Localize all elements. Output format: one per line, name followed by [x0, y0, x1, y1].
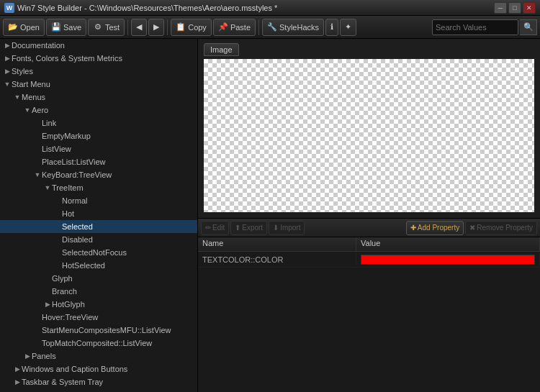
- test-button[interactable]: ⚙ Test: [88, 19, 125, 36]
- tree-item-fonts[interactable]: ▶ Fonts, Colors & System Metrics: [0, 52, 197, 65]
- export-icon: ⬆: [235, 224, 240, 232]
- test-icon: ⚙: [93, 22, 103, 32]
- tree-panel: ▶ Documentation ▶ Fonts, Colors & System…: [0, 39, 198, 392]
- tree-item-startmenucompmfu[interactable]: StartMenuCompositesMFU::ListView: [0, 324, 197, 337]
- star-button[interactable]: ✦: [340, 19, 356, 36]
- tree-label: Link: [42, 119, 56, 127]
- tree-arrow: ▼: [43, 184, 52, 191]
- tree-item-startmenu[interactable]: ▼ Start Menu: [0, 78, 197, 91]
- tree-item-listview[interactable]: ListView: [0, 142, 197, 155]
- tree-label: Hover:TreeView: [42, 313, 98, 322]
- prop-name-cell: TEXTCOLOR::COLOR: [198, 254, 356, 265]
- tree-label: Styles: [12, 67, 33, 76]
- tree-item-aero[interactable]: ▼ Aero: [0, 104, 197, 117]
- back-icon: ◀: [136, 22, 142, 32]
- tree-label: Aero: [32, 106, 48, 114]
- info-button[interactable]: ℹ: [325, 19, 338, 36]
- tree-label: Menus: [22, 93, 45, 101]
- open-icon: 📂: [8, 22, 18, 32]
- add-property-button[interactable]: ✚ Add Property: [406, 221, 464, 235]
- tree-label: PlaceList:ListView: [42, 158, 105, 166]
- properties-toolbar: ✏ Edit ⬆ Export ⬇ Import ✚ Add Property …: [198, 219, 540, 237]
- tree-label: Branch: [52, 287, 77, 296]
- tree-arrow: ▼: [33, 171, 42, 178]
- tree-item-documentation[interactable]: ▶ Documentation: [0, 39, 197, 52]
- tree-item-hovertreeview[interactable]: Hover:TreeView: [0, 311, 197, 324]
- right-panel: Image ✏ Edit ⬆ Export ⬇ Import ✚ Add Pro…: [198, 39, 540, 392]
- tree-label: Start Menu: [12, 80, 50, 88]
- export-button[interactable]: ⬆ Export: [230, 221, 267, 235]
- stylehacks-button[interactable]: 🔧 StyleHacks: [262, 19, 324, 36]
- import-button[interactable]: ⬇ Import: [269, 221, 305, 235]
- stylehacks-icon: 🔧: [267, 22, 277, 32]
- prop-table-header: Name Value: [198, 237, 540, 252]
- tree-item-treeitem[interactable]: ▼ TreeItem: [0, 181, 197, 194]
- tree-item-glyph[interactable]: Glyph: [0, 272, 197, 285]
- tree-label: TopMatchComposited::ListView: [42, 339, 152, 347]
- tree-label: Documentation: [12, 41, 65, 50]
- separator-2: [167, 19, 168, 35]
- separator-1: [127, 19, 128, 35]
- tree-item-selectednotfocus[interactable]: SelectedNotFocus: [0, 246, 197, 259]
- add-icon: ✚: [410, 224, 416, 232]
- tree-item-topmatch[interactable]: TopMatchComposited::ListView: [0, 337, 197, 350]
- search-input[interactable]: [432, 19, 518, 35]
- tree-item-branch[interactable]: Branch: [0, 285, 197, 298]
- tree-item-menus[interactable]: ▼ Menus: [0, 91, 197, 104]
- tree-item-hotglyph[interactable]: ▶ HotGlyph: [0, 298, 197, 311]
- tree-item-keyboardtreeview[interactable]: ▼ KeyBoard:TreeView: [0, 168, 197, 181]
- tree-label: Panels: [32, 352, 56, 360]
- tree-item-selected[interactable]: Selected: [0, 220, 197, 233]
- prop-value-cell: [356, 253, 540, 266]
- color-swatch[interactable]: [361, 255, 535, 265]
- tree-item-hot[interactable]: Hot: [0, 207, 197, 220]
- tree-item-windows[interactable]: ▶ Windows and Caption Buttons: [0, 363, 197, 375]
- forward-button[interactable]: ▶: [148, 19, 164, 36]
- minimize-button[interactable]: ─: [494, 2, 507, 14]
- remove-property-button[interactable]: ✖ Remove Property: [465, 221, 537, 235]
- table-row[interactable]: TEXTCOLOR::COLOR: [198, 252, 540, 268]
- paste-icon: 📌: [218, 22, 228, 32]
- main-layout: ▶ Documentation ▶ Fonts, Colors & System…: [0, 39, 540, 392]
- tree-label: Glyph: [52, 274, 73, 283]
- name-header: Name: [198, 237, 356, 251]
- forward-icon: ▶: [153, 22, 159, 32]
- save-icon: 💾: [51, 22, 61, 32]
- window-controls: ─ □ ✕: [494, 2, 536, 14]
- edit-button[interactable]: ✏ Edit: [201, 221, 229, 235]
- image-label: Image: [204, 43, 239, 56]
- tree-arrow: ▶: [13, 378, 22, 386]
- tree-label: Disabled: [62, 235, 93, 244]
- tree-item-taskbar[interactable]: ▶ Taskbar & System Tray: [0, 375, 197, 388]
- image-canvas: [204, 59, 534, 212]
- open-button[interactable]: 📂 Open: [3, 19, 45, 36]
- tree-item-emptymarkup[interactable]: EmptyMarkup: [0, 129, 197, 142]
- app-icon: W: [4, 3, 14, 13]
- tree-arrow: ▶: [3, 42, 12, 49]
- info-icon: ℹ: [330, 22, 333, 32]
- tree-item-toolbars[interactable]: ▶ Toolbars, Headers and Rebar: [0, 388, 197, 392]
- back-button[interactable]: ◀: [131, 19, 147, 36]
- tree-label: EmptyMarkup: [42, 132, 91, 140]
- tree-item-normal[interactable]: Normal: [0, 194, 197, 207]
- copy-button[interactable]: 📋 Copy: [171, 19, 212, 36]
- tree-item-hotselected[interactable]: HotSelected: [0, 259, 197, 272]
- tree-item-panels[interactable]: ▶ Panels: [0, 350, 197, 363]
- close-button[interactable]: ✕: [523, 2, 536, 14]
- edit-icon: ✏: [205, 224, 211, 232]
- search-button[interactable]: 🔍: [520, 19, 537, 35]
- image-area: Image: [198, 39, 540, 219]
- tree-label: Taskbar & System Tray: [22, 378, 103, 386]
- save-button[interactable]: 💾 Save: [46, 19, 86, 36]
- tree-arrow: ▼: [23, 106, 32, 114]
- tree-label: ListView: [42, 145, 71, 153]
- tree-item-disabled[interactable]: Disabled: [0, 233, 197, 246]
- separator-3: [258, 19, 259, 35]
- tree-item-link[interactable]: Link: [0, 117, 197, 129]
- tree-item-placelistlistview[interactable]: PlaceList:ListView: [0, 155, 197, 168]
- maximize-button[interactable]: □: [508, 2, 521, 14]
- tree-label: StartMenuCompositesMFU::ListView: [42, 326, 171, 334]
- tree-arrow: ▶: [3, 55, 12, 62]
- paste-button[interactable]: 📌 Paste: [213, 19, 256, 36]
- tree-item-styles[interactable]: ▶ Styles: [0, 65, 197, 78]
